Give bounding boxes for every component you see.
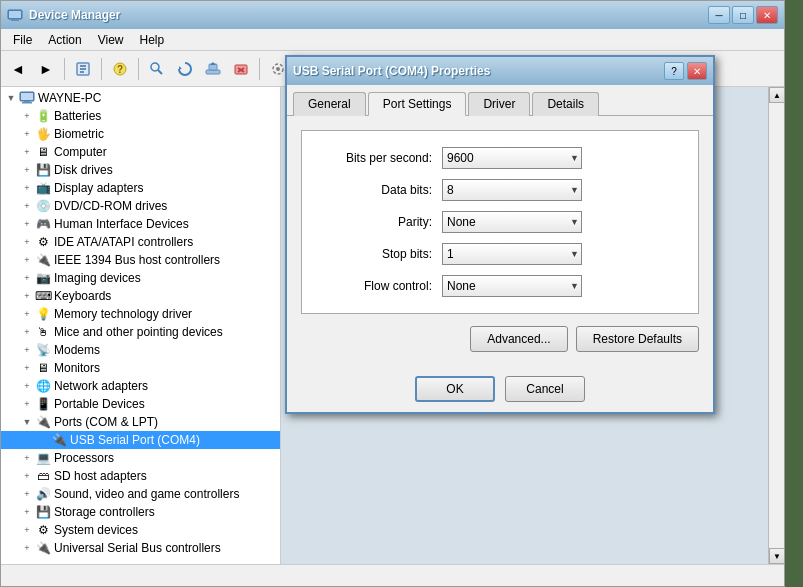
tree-label: Modems <box>54 343 100 357</box>
tree-label: Storage controllers <box>54 505 155 519</box>
forward-button[interactable]: ► <box>33 56 59 82</box>
tree-item-modems[interactable]: + 📡 Modems <box>1 341 280 359</box>
tab-general[interactable]: General <box>293 92 366 116</box>
stop-bits-label: Stop bits: <box>312 247 432 261</box>
scan-button[interactable] <box>144 56 170 82</box>
scroll-down-arrow[interactable]: ▼ <box>769 548 784 564</box>
scroll-track[interactable] <box>769 103 784 548</box>
bits-per-second-row: Bits per second: 9600 1200 2400 4800 192… <box>312 147 688 169</box>
device-tree[interactable]: ▼ WAYNE-PC + 🔋 Batteries + <box>1 87 281 564</box>
flow-control-label: Flow control: <box>312 279 432 293</box>
menu-help[interactable]: Help <box>132 31 173 49</box>
dialog-content: Bits per second: 9600 1200 2400 4800 192… <box>287 116 713 368</box>
menu-action[interactable]: Action <box>40 31 89 49</box>
dialog-titlebar-buttons: ? ✕ <box>664 62 707 80</box>
tree-label: Biometric <box>54 127 104 141</box>
main-title: Device Manager <box>29 8 708 22</box>
dialog-tabs: General Port Settings Driver Details <box>287 85 713 116</box>
close-button[interactable]: ✕ <box>756 6 778 24</box>
tree-label: Keyboards <box>54 289 111 303</box>
tree-label: DVD/CD-ROM drives <box>54 199 167 213</box>
svg-rect-25 <box>21 93 33 100</box>
svg-point-20 <box>276 67 280 71</box>
update-driver-button[interactable] <box>200 56 226 82</box>
main-scrollbar[interactable]: ▲ ▼ <box>768 87 784 564</box>
help-button[interactable]: ? <box>107 56 133 82</box>
tree-label: IDE ATA/ATAPI controllers <box>54 235 193 249</box>
tree-item-ieee1394[interactable]: + 🔌 IEEE 1394 Bus host controllers <box>1 251 280 269</box>
toolbar-separator-4 <box>259 58 260 80</box>
ok-button[interactable]: OK <box>415 376 495 402</box>
root-expand-icon[interactable]: ▼ <box>3 90 19 106</box>
minimize-button[interactable]: ─ <box>708 6 730 24</box>
tree-item-batteries[interactable]: + 🔋 Batteries <box>1 107 280 125</box>
tree-item-dvdrom[interactable]: + 💿 DVD/CD-ROM drives <box>1 197 280 215</box>
bits-per-second-label: Bits per second: <box>312 151 432 165</box>
menu-file[interactable]: File <box>5 31 40 49</box>
advanced-button[interactable]: Advanced... <box>470 326 567 352</box>
dialog-help-button[interactable]: ? <box>664 62 684 80</box>
tab-port-settings[interactable]: Port Settings <box>368 92 467 116</box>
main-titlebar: Device Manager ─ □ ✕ <box>1 1 784 29</box>
tree-label: Batteries <box>54 109 101 123</box>
tree-item-system[interactable]: + ⚙ System devices <box>1 521 280 539</box>
tree-item-biometric[interactable]: + 🖐 Biometric <box>1 125 280 143</box>
properties-button[interactable] <box>70 56 96 82</box>
restore-defaults-button[interactable]: Restore Defaults <box>576 326 699 352</box>
status-bar <box>1 564 784 586</box>
tree-item-monitors[interactable]: + 🖥 Monitors <box>1 359 280 377</box>
tab-details[interactable]: Details <box>532 92 599 116</box>
tree-item-network-adapters[interactable]: + 🌐 Network adapters <box>1 377 280 395</box>
tree-item-keyboards[interactable]: + ⌨ Keyboards <box>1 287 280 305</box>
tab-driver[interactable]: Driver <box>468 92 530 116</box>
scroll-up-arrow[interactable]: ▲ <box>769 87 784 103</box>
tree-label: IEEE 1394 Bus host controllers <box>54 253 220 267</box>
tree-label: Display adapters <box>54 181 143 195</box>
tree-item-portable-devices[interactable]: + 📱 Portable Devices <box>1 395 280 413</box>
data-bits-row: Data bits: 8 5 6 7 <box>312 179 688 201</box>
tree-item-usb[interactable]: + 🔌 Universal Serial Bus controllers <box>1 539 280 557</box>
svg-marker-12 <box>179 66 182 69</box>
back-button[interactable]: ◄ <box>5 56 31 82</box>
data-bits-wrapper: 8 5 6 7 <box>442 179 582 201</box>
tree-item-ports[interactable]: ▼ 🔌 Ports (COM & LPT) <box>1 413 280 431</box>
flow-control-wrapper: None Xon / Xoff Hardware <box>442 275 582 297</box>
parity-row: Parity: None Even Odd Mark Space <box>312 211 688 233</box>
tree-item-memory-tech[interactable]: + 💡 Memory technology driver <box>1 305 280 323</box>
tree-item-hid[interactable]: + 🎮 Human Interface Devices <box>1 215 280 233</box>
cancel-button[interactable]: Cancel <box>505 376 585 402</box>
tree-root[interactable]: ▼ WAYNE-PC <box>1 89 280 107</box>
maximize-button[interactable]: □ <box>732 6 754 24</box>
refresh-button[interactable] <box>172 56 198 82</box>
properties-dialog: USB Serial Port (COM4) Properties ? ✕ Ge… <box>285 55 715 414</box>
dialog-close-button[interactable]: ✕ <box>687 62 707 80</box>
svg-line-11 <box>158 70 162 74</box>
toolbar-separator-3 <box>138 58 139 80</box>
parity-select[interactable]: None Even Odd Mark Space <box>442 211 582 233</box>
tree-label: Ports (COM & LPT) <box>54 415 158 429</box>
tree-item-imaging[interactable]: + 📷 Imaging devices <box>1 269 280 287</box>
uninstall-button[interactable] <box>228 56 254 82</box>
menu-view[interactable]: View <box>90 31 132 49</box>
tree-item-mice[interactable]: + 🖱 Mice and other pointing devices <box>1 323 280 341</box>
tree-item-sd-host[interactable]: + 🗃 SD host adapters <box>1 467 280 485</box>
data-bits-select[interactable]: 8 5 6 7 <box>442 179 582 201</box>
tree-item-display-adapters[interactable]: + 📺 Display adapters <box>1 179 280 197</box>
toolbar-separator-1 <box>64 58 65 80</box>
tree-label: Portable Devices <box>54 397 145 411</box>
tree-item-storage[interactable]: + 💾 Storage controllers <box>1 503 280 521</box>
tree-label: Network adapters <box>54 379 148 393</box>
tree-item-disk-drives[interactable]: + 💾 Disk drives <box>1 161 280 179</box>
tree-item-computer[interactable]: + 🖥 Computer <box>1 143 280 161</box>
tree-label: Monitors <box>54 361 100 375</box>
tree-item-sound[interactable]: + 🔊 Sound, video and game controllers <box>1 485 280 503</box>
tree-item-com4[interactable]: 🔌 USB Serial Port (COM4) <box>1 431 280 449</box>
stop-bits-select[interactable]: 1 1.5 2 <box>442 243 582 265</box>
tree-label: System devices <box>54 523 138 537</box>
flow-control-select[interactable]: None Xon / Xoff Hardware <box>442 275 582 297</box>
stop-bits-row: Stop bits: 1 1.5 2 <box>312 243 688 265</box>
tree-label: USB Serial Port (COM4) <box>70 433 200 447</box>
bits-per-second-select[interactable]: 9600 1200 2400 4800 19200 38400 57600 11… <box>442 147 582 169</box>
tree-item-ide-atapi[interactable]: + ⚙ IDE ATA/ATAPI controllers <box>1 233 280 251</box>
tree-item-processors[interactable]: + 💻 Processors <box>1 449 280 467</box>
